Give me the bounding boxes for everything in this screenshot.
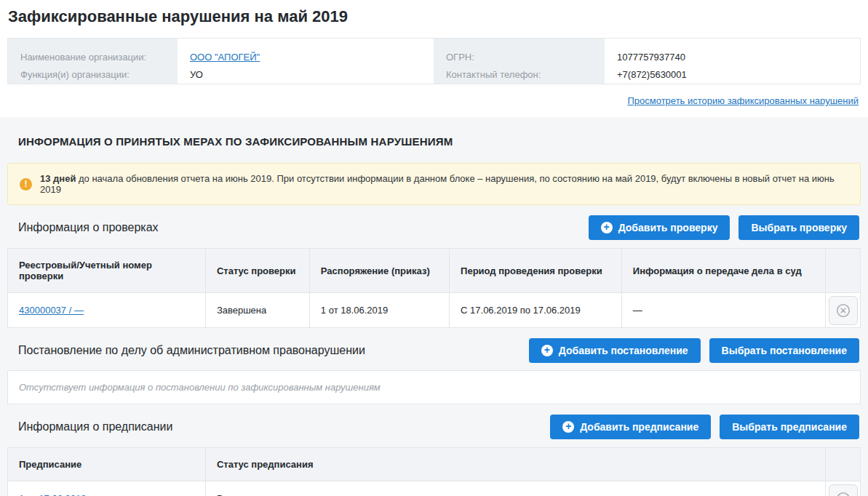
circle-x-icon [835, 491, 851, 496]
warning-days: 13 дней [40, 173, 76, 184]
exclamation-icon: ! [20, 178, 32, 191]
checks-title: Информация о проверках [18, 221, 159, 234]
prescription-title: Информация о предписании [18, 420, 172, 433]
resolution-title: Постановление по делу об административно… [18, 344, 365, 357]
org-name-label: Наименование организации: [20, 49, 178, 66]
warning-banner: ! 13 дней до начала обновления отчета на… [7, 163, 861, 205]
add-resolution-button[interactable]: + Добавить постановление [529, 338, 701, 363]
table-row: 430000037 / — Завершена 1 от 18.06.2019 … [8, 293, 861, 328]
org-labels-right: ОГРН: Контактный телефон: [434, 39, 605, 84]
plus-circle-icon: + [601, 222, 613, 233]
add-prescription-button[interactable]: + Добавить предписание [550, 415, 711, 439]
org-name-link[interactable]: ООО "АПОГЕЙ" [190, 52, 260, 63]
check-period: С 17.06.2019 по 17.06.2019 [450, 293, 622, 328]
column-header: Реестровый/Учетный номер проверки [8, 249, 206, 293]
prescriptions-table: Предписание Статус предписания 1 от 17.0… [7, 447, 861, 496]
delete-check-button[interactable] [829, 296, 858, 325]
circle-x-icon [835, 303, 851, 319]
checks-table: Реестровый/Учетный номер проверки Статус… [7, 248, 861, 328]
phone-label: Контактный телефон: [446, 66, 605, 84]
history-row: Просмотреть историю зафиксированных нару… [0, 95, 859, 106]
select-prescription-button[interactable]: Выбрать предписание [720, 415, 859, 439]
check-status: Завершена [205, 293, 309, 328]
actions-column-header [826, 448, 861, 481]
check-order: 1 от 18.06.2019 [309, 293, 449, 328]
check-number-link[interactable]: 430000037 / — [19, 305, 84, 316]
plus-circle-icon: + [562, 421, 574, 433]
ogrn-value: 1077757937740 [617, 49, 860, 66]
org-function-value: УО [190, 66, 434, 84]
add-check-button[interactable]: + Добавить проверку [589, 215, 730, 240]
section-header: ИНФОРМАЦИЯ О ПРИНЯТЫХ МЕРАХ ПО ЗАФИКСИРО… [18, 135, 868, 148]
org-values-left: ООО "АПОГЕЙ" УО [178, 39, 434, 84]
checks-subsection-bar: Информация о проверках + Добавить провер… [7, 212, 861, 244]
resolution-subsection-bar: Постановление по делу об административно… [7, 335, 861, 367]
org-info-block: Наименование организации: Функция(и) орг… [7, 38, 861, 84]
page-title: Зафиксированные нарушения на май 2019 [8, 7, 868, 26]
prescription-status: Выдано [205, 481, 825, 496]
delete-prescription-button[interactable] [829, 484, 858, 496]
column-header: Предписание [8, 448, 206, 481]
plus-circle-icon: + [541, 345, 553, 356]
measures-section: ИНФОРМАЦИЯ О ПРИНЯТЫХ МЕРАХ ПО ЗАФИКСИРО… [0, 117, 868, 496]
view-history-link[interactable]: Просмотреть историю зафиксированных нару… [627, 95, 859, 106]
check-court-info: — [621, 293, 825, 328]
column-header: Статус проверки [205, 249, 309, 293]
prescription-number-link[interactable]: 1 от 17.06.2019 [19, 493, 86, 496]
select-resolution-button[interactable]: Выбрать постановление [709, 338, 859, 363]
column-header: Статус предписания [205, 448, 825, 481]
prescriptions-table-header-row: Предписание Статус предписания [8, 448, 861, 481]
org-values-right: 1077757937740 +7(872)5630001 [605, 39, 860, 84]
column-header: Период проведения проверки [450, 249, 622, 293]
table-row: 1 от 17.06.2019 Выдано [8, 481, 861, 496]
ogrn-label: ОГРН: [446, 49, 605, 66]
column-header: Информация о передаче дела в суд [621, 249, 825, 293]
select-check-button[interactable]: Выбрать проверку [738, 215, 859, 240]
warning-text: 13 дней до начала обновления отчета на и… [40, 173, 848, 195]
checks-table-header-row: Реестровый/Учетный номер проверки Статус… [8, 249, 861, 293]
resolution-empty-state: Отсутствует информация о постановлении п… [7, 370, 861, 404]
phone-value: +7(872)5630001 [617, 66, 860, 84]
prescription-subsection-bar: Информация о предписании + Добавить пред… [7, 411, 861, 443]
org-function-label: Функция(и) организации: [20, 66, 178, 84]
column-header: Распоряжение (приказ) [309, 249, 449, 293]
actions-column-header [826, 249, 861, 293]
org-labels-left: Наименование организации: Функция(и) орг… [8, 39, 178, 84]
